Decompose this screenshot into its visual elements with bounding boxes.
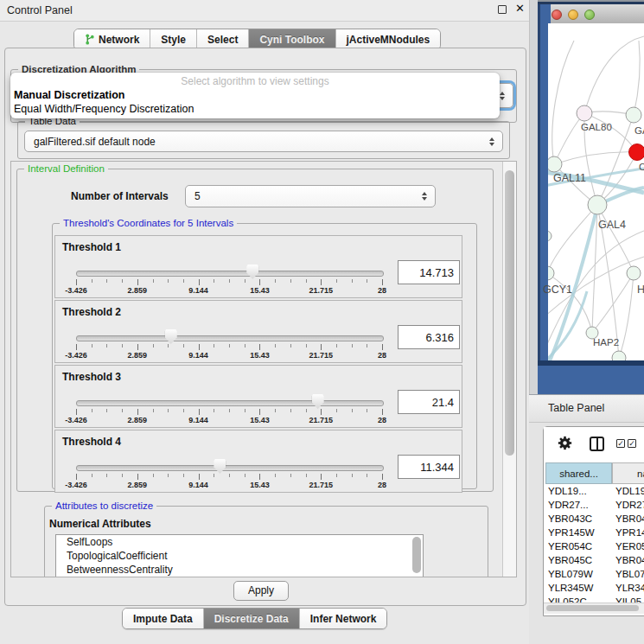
threshold-3-slider[interactable]: -3.426 2.859 9.144 15.43 21.715 28 bbox=[76, 392, 382, 424]
threshold-1-value-field[interactable] bbox=[398, 260, 460, 284]
network-canvas[interactable] bbox=[548, 23, 644, 360]
apply-button[interactable]: Apply bbox=[233, 581, 289, 601]
tab-network[interactable]: Network bbox=[74, 29, 150, 49]
node-label-c: C bbox=[639, 162, 644, 172]
minimize-traffic-light-icon[interactable] bbox=[568, 10, 578, 20]
node-label-gal4: GAL4 bbox=[598, 219, 626, 231]
list-scrollbar[interactable] bbox=[412, 537, 421, 573]
node-gal4[interactable] bbox=[588, 195, 607, 214]
node-partial-left[interactable] bbox=[548, 231, 552, 241]
table-cell[interactable]: YBL079W bbox=[548, 569, 593, 579]
tab-infer-network[interactable]: Infer Network bbox=[300, 609, 387, 628]
float-button[interactable] bbox=[497, 5, 507, 15]
table-cell[interactable]: YDR27 bbox=[615, 500, 644, 510]
threshold-2-panel: Threshold 2 -3.426 2.859 9.144 15.43 21.… bbox=[54, 300, 462, 363]
node-gal80[interactable] bbox=[577, 105, 592, 121]
table-cell[interactable]: YDL19 bbox=[615, 486, 644, 496]
close-icon: ✕ bbox=[515, 2, 525, 15]
tab-cyni-toolbox[interactable]: Cyni Toolbox bbox=[249, 29, 335, 49]
close-button[interactable]: ✕ bbox=[515, 3, 525, 13]
tab-discretize-data[interactable]: Discretize Data bbox=[204, 609, 300, 628]
table-cell[interactable]: YBR043C bbox=[548, 513, 592, 524]
table-cell[interactable]: YLR345W bbox=[548, 583, 593, 593]
combo-stepper-icon bbox=[485, 131, 499, 151]
node-label-gal80: GAL80 bbox=[581, 122, 612, 132]
node-label-h: H bbox=[637, 284, 644, 296]
node-gcy1[interactable] bbox=[548, 266, 554, 280]
table-panel-title: Table Panel bbox=[548, 402, 604, 414]
threshold-4-slider-handle[interactable] bbox=[214, 459, 226, 474]
table-cell[interactable]: YBL07 bbox=[615, 569, 644, 579]
scrollbar-thumb[interactable] bbox=[546, 605, 639, 611]
zoom-traffic-light-icon[interactable] bbox=[584, 10, 595, 20]
table-cell[interactable]: YER05 bbox=[615, 541, 644, 552]
numerical-attributes-label: Numerical Attributes bbox=[49, 518, 151, 530]
table-cell[interactable]: YDR27... bbox=[548, 500, 589, 510]
threshold-4-panel: Threshold 4 -3.426 2.859 9.144 15.43 21.… bbox=[54, 430, 462, 493]
list-item[interactable]: BetweennessCentrality bbox=[56, 563, 423, 577]
combo-stepper-icon bbox=[418, 186, 431, 207]
tab-impute-data[interactable]: Impute Data bbox=[123, 609, 204, 628]
split-columns-icon[interactable] bbox=[590, 437, 604, 451]
network-icon bbox=[85, 34, 95, 45]
interval-definition-title: Interval Definition bbox=[24, 163, 108, 175]
table-cell[interactable]: YPR145W bbox=[548, 527, 595, 538]
table-cell[interactable]: YBR045C bbox=[548, 555, 592, 565]
network-graph bbox=[548, 23, 644, 360]
popup-option-manual-discretization[interactable]: Manual Discretization bbox=[14, 89, 125, 101]
number-of-intervals-combobox[interactable]: 5 bbox=[185, 185, 436, 207]
tab-jactivemnodules[interactable]: jActiveMNodules bbox=[336, 29, 441, 49]
threshold-2-slider[interactable]: -3.426 2.859 9.144 15.43 21.715 28 bbox=[76, 327, 382, 360]
table-cell[interactable]: YIL05 bbox=[615, 596, 641, 603]
table-cell[interactable]: YBR04 bbox=[615, 555, 644, 565]
table-cell[interactable]: YBR04 bbox=[615, 513, 644, 524]
list-item[interactable]: SelfLoops bbox=[56, 535, 423, 549]
threshold-4-label: Threshold 4 bbox=[62, 436, 121, 448]
control-panel-titlebar: Control Panel ✕ bbox=[0, 0, 529, 22]
threshold-4-value-field[interactable] bbox=[398, 455, 460, 479]
cyni-bottom-tabbar: Impute Data Discretize Data Infer Networ… bbox=[122, 608, 387, 629]
node-ga[interactable] bbox=[626, 107, 641, 123]
threshold-2-value-field[interactable] bbox=[398, 325, 460, 349]
table-cell[interactable]: YPR14 bbox=[615, 527, 644, 538]
checkbox-icon[interactable]: ✓ bbox=[616, 439, 625, 448]
table-cell[interactable]: YER054C bbox=[548, 541, 592, 552]
threshold-2-label: Threshold 2 bbox=[62, 306, 121, 318]
network-window-titlebar[interactable] bbox=[545, 4, 644, 24]
node-gal11[interactable] bbox=[548, 156, 562, 172]
table-panel: Table Panel ✓ ✓ shared... bbox=[529, 394, 644, 644]
node-h[interactable] bbox=[627, 266, 641, 280]
checkbox-icon[interactable]: ✓ bbox=[628, 439, 636, 448]
threshold-1-panel: Threshold 1 -3.426 2.859 9.144 15.43 21.… bbox=[54, 235, 462, 298]
node-label-ga: GA bbox=[634, 125, 644, 136]
threshold-4-slider[interactable]: -3.426 2.859 9.144 15.43 21.715 28 bbox=[76, 456, 382, 489]
threshold-2-slider-handle[interactable] bbox=[165, 329, 177, 344]
tab-select[interactable]: Select bbox=[197, 29, 249, 49]
table-data-combobox[interactable]: galFiltered.sif default node bbox=[24, 131, 503, 152]
threshold-3-slider-handle[interactable] bbox=[312, 394, 324, 409]
column-header-name[interactable]: na bbox=[612, 462, 644, 484]
threshold-3-value-field[interactable] bbox=[398, 390, 460, 414]
node-partial-bottom[interactable] bbox=[612, 351, 626, 360]
node-label-hap2: HAP2 bbox=[593, 337, 619, 348]
threshold-1-slider[interactable]: -3.426 2.859 9.144 15.43 21.715 28 bbox=[76, 262, 382, 295]
table-cell[interactable]: YIL052C bbox=[548, 596, 587, 603]
close-traffic-light-icon[interactable] bbox=[552, 10, 562, 20]
settings-vertical-scrollbar[interactable] bbox=[502, 162, 516, 577]
interval-definition-group: Interval Definition Number of Intervals … bbox=[16, 169, 494, 492]
scrollbar-thumb[interactable] bbox=[505, 170, 514, 456]
threshold-1-slider-handle[interactable] bbox=[246, 265, 258, 279]
node-table: ✓ ✓ shared... na YDL19... YDL19 YDR27...… bbox=[543, 426, 644, 616]
gear-icon[interactable] bbox=[558, 436, 572, 450]
thresholds-group: Threshold's Coordinates for 5 Intervals … bbox=[52, 223, 477, 489]
node-red-selected[interactable] bbox=[629, 144, 644, 161]
settings-scrollpane: Interval Definition Number of Intervals … bbox=[10, 161, 517, 577]
table-horizontal-scrollbar[interactable] bbox=[544, 603, 644, 614]
table-cell[interactable]: YDL19... bbox=[548, 486, 587, 496]
numerical-attributes-list[interactable]: SelfLoops TopologicalCoefficient Between… bbox=[55, 534, 424, 577]
column-header-shared[interactable]: shared... bbox=[545, 462, 612, 484]
table-cell[interactable]: YLR34 bbox=[615, 583, 644, 593]
popup-option-equal-width[interactable]: Equal Width/Frequency Discretization bbox=[14, 103, 194, 115]
list-item[interactable]: TopologicalCoefficient bbox=[56, 549, 423, 563]
tab-style[interactable]: Style bbox=[150, 29, 197, 49]
